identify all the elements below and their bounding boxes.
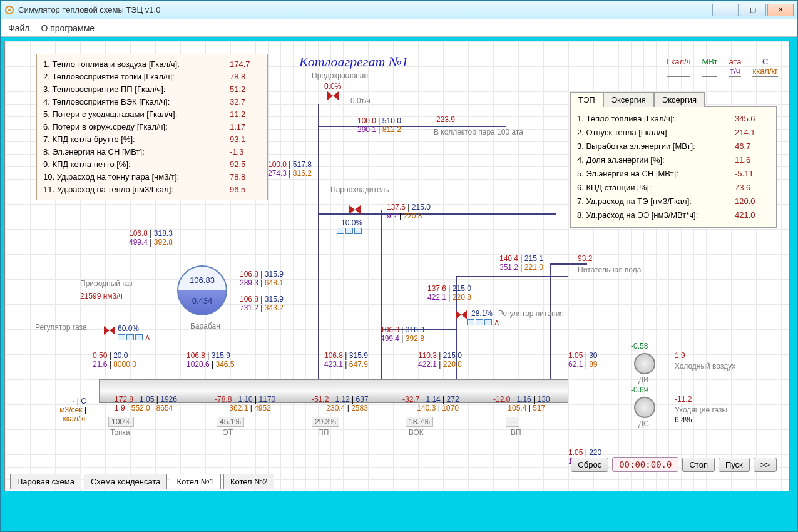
- feed-valve-icon: [456, 310, 467, 319]
- svg-marker-8: [456, 310, 461, 319]
- safety-valve-label: Предохр.клапан: [312, 71, 368, 80]
- maximize-button[interactable]: ▢: [740, 4, 766, 16]
- diagram-canvas: 1. Тепло топлива и воздуха [Гкал/ч]:174.…: [4, 41, 790, 491]
- minimize-button[interactable]: —: [712, 4, 739, 16]
- reset-button[interactable]: Сброс: [571, 458, 608, 472]
- tep-tab-1[interactable]: ТЭП: [570, 92, 603, 107]
- gas-controls[interactable]: А: [118, 334, 150, 342]
- svg-marker-3: [333, 91, 339, 100]
- safety-valve-icon: [327, 91, 339, 100]
- tab-boiler2[interactable]: Котел №2: [223, 474, 275, 489]
- svg-marker-7: [110, 326, 115, 335]
- stop-button[interactable]: Стоп: [682, 458, 714, 472]
- fan-dv: [634, 353, 655, 374]
- svg-marker-2: [327, 91, 333, 100]
- window-title: Симулятор тепловой схемы ТЭЦ v1.0: [18, 5, 712, 14]
- desuper-valve-icon: [349, 205, 361, 214]
- tep-panel: ТЭП Эксергия Эксергия 1. Тепло топлива […: [570, 91, 777, 228]
- tab-condensate[interactable]: Схема конденсата: [84, 474, 167, 489]
- tep-tab-2[interactable]: Эксергия: [603, 92, 654, 107]
- simulation-controls: Сброс 00:00:00.0 Стоп Пуск >>: [571, 457, 777, 472]
- drum: 106.83 0.434: [177, 265, 227, 315]
- titlebar: Симулятор тепловой схемы ТЭЦ v1.0 — ▢ ✕: [1, 1, 797, 19]
- close-button[interactable]: ✕: [767, 4, 794, 16]
- menu-file[interactable]: Файл: [8, 23, 29, 33]
- fastforward-button[interactable]: >>: [754, 458, 777, 472]
- svg-marker-4: [349, 205, 355, 214]
- svg-point-1: [8, 9, 11, 11]
- left-stats-box: 1. Тепло топлива и воздуха [Гкал/ч]:174.…: [36, 54, 268, 200]
- tab-steam[interactable]: Паровая схема: [10, 474, 81, 489]
- fan-ds: [634, 397, 655, 418]
- gas-valve-icon: [104, 326, 115, 335]
- svg-marker-6: [104, 326, 110, 335]
- boiler-title: Котлоагрегат №1: [299, 54, 409, 70]
- svg-marker-5: [355, 205, 361, 214]
- tab-boiler1[interactable]: Котел №1: [170, 474, 221, 489]
- desuper-controls[interactable]: [337, 228, 362, 234]
- bottom-tabs: Паровая схема Схема конденсата Котел №1 …: [10, 474, 274, 489]
- tep-tab-3[interactable]: Эксергия: [654, 92, 705, 107]
- menubar: Файл О программе: [1, 19, 797, 37]
- units-legend: Гкал/ч МВт атат/ч Сккал/кг: [667, 57, 778, 77]
- start-button[interactable]: Пуск: [719, 458, 750, 472]
- menu-about[interactable]: О программе: [41, 23, 95, 33]
- gear-icon: [4, 5, 14, 15]
- sim-time: 00:00:00.0: [612, 457, 678, 472]
- svg-marker-9: [461, 310, 467, 319]
- feed-controls[interactable]: А: [467, 319, 499, 327]
